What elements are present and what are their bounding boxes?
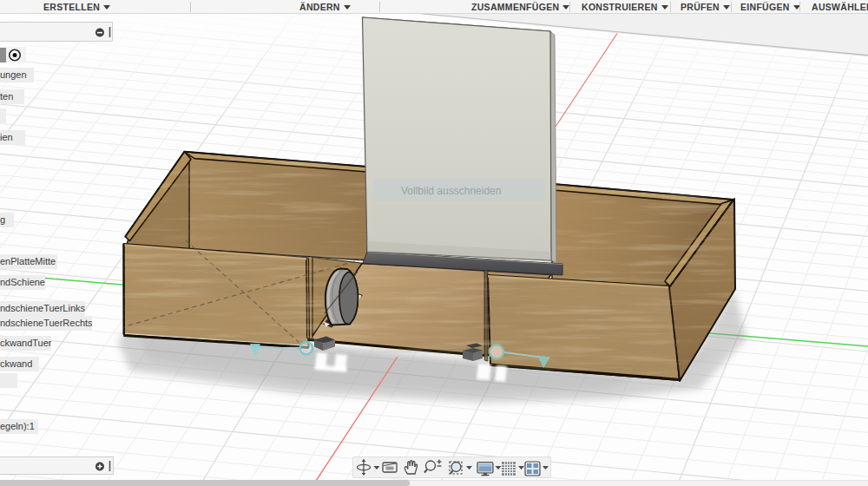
- svg-text:Vollbild ausschneiden: Vollbild ausschneiden: [401, 185, 501, 197]
